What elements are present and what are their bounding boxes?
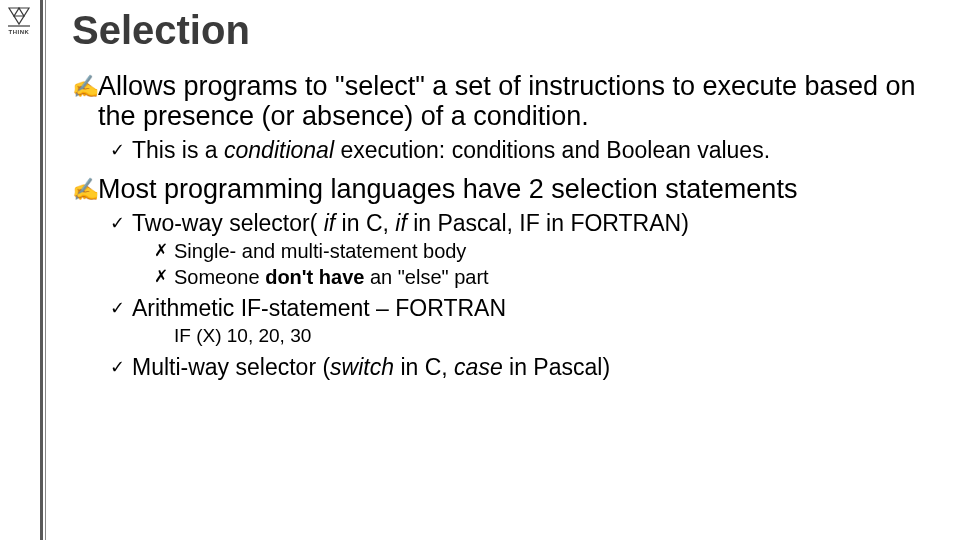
bullet-level2: ✓ Multi-way selector (switch in C, case … [110, 354, 942, 380]
rail-divider-thin [45, 0, 46, 540]
bullet-level3: ✗ Single- and multi-statement body [154, 239, 942, 263]
t: in Pascal, IF in FORTRAN) [407, 210, 689, 236]
text: Allows programs to "select" a set of ins… [98, 71, 942, 131]
svg-marker-0 [19, 8, 29, 16]
bullet-level1: ✍ Most programming languages have 2 sele… [72, 174, 942, 204]
code-line: IF (X) 10, 20, 30 [174, 325, 942, 348]
logo-block: THINK [4, 6, 34, 35]
text: Most programming languages have 2 select… [98, 174, 942, 204]
t: in C, [335, 210, 395, 236]
t: Two-way selector( [132, 210, 324, 236]
svg-marker-1 [9, 8, 19, 16]
logo-label: THINK [4, 29, 34, 35]
text: Multi-way selector (switch in C, case in… [132, 354, 610, 380]
t-italic: if [395, 210, 407, 236]
check-icon: ✓ [110, 354, 132, 380]
check-icon: ✓ [110, 295, 132, 321]
cross-icon: ✗ [154, 239, 174, 263]
bullet-level2: ✓ This is a conditional execution: condi… [110, 137, 942, 163]
t: execution: conditions and Boolean values… [334, 137, 770, 163]
check-icon: ✓ [110, 137, 132, 163]
rail-divider-thick [40, 0, 43, 540]
slide-body: Selection ✍ Allows programs to "select" … [72, 0, 942, 540]
t: Multi-way selector ( [132, 354, 330, 380]
svg-marker-2 [14, 16, 24, 24]
t: in Pascal) [503, 354, 610, 380]
text: Arithmetic IF-statement – FORTRAN [132, 295, 506, 321]
check-icon: ✓ [110, 210, 132, 236]
t: in C, [394, 354, 454, 380]
text: Two-way selector( if in C, if in Pascal,… [132, 210, 689, 236]
bullet-level1: ✍ Allows programs to "select" a set of i… [72, 71, 942, 131]
text: This is a conditional execution: conditi… [132, 137, 770, 163]
bullet-level3: ✗ Someone don't have an "else" part [154, 265, 942, 289]
cross-icon: ✗ [154, 265, 174, 289]
page-title: Selection [72, 8, 942, 53]
hand-icon: ✍ [72, 174, 98, 204]
text: Single- and multi-statement body [174, 239, 466, 263]
bullet-level2: ✓ Arithmetic IF-statement – FORTRAN [110, 295, 942, 321]
text: Someone don't have an "else" part [174, 265, 489, 289]
hand-icon: ✍ [72, 71, 98, 131]
t-italic: case [454, 354, 503, 380]
logo-icon [6, 6, 32, 28]
t-bold: don't have [265, 266, 364, 288]
t: Someone [174, 266, 265, 288]
t-italic: switch [330, 354, 394, 380]
t: an "else" part [364, 266, 488, 288]
t: This is a [132, 137, 224, 163]
bullet-level2: ✓ Two-way selector( if in C, if in Pasca… [110, 210, 942, 236]
t-italic: conditional [224, 137, 334, 163]
t-italic: if [324, 210, 336, 236]
left-rail: THINK [0, 0, 40, 540]
